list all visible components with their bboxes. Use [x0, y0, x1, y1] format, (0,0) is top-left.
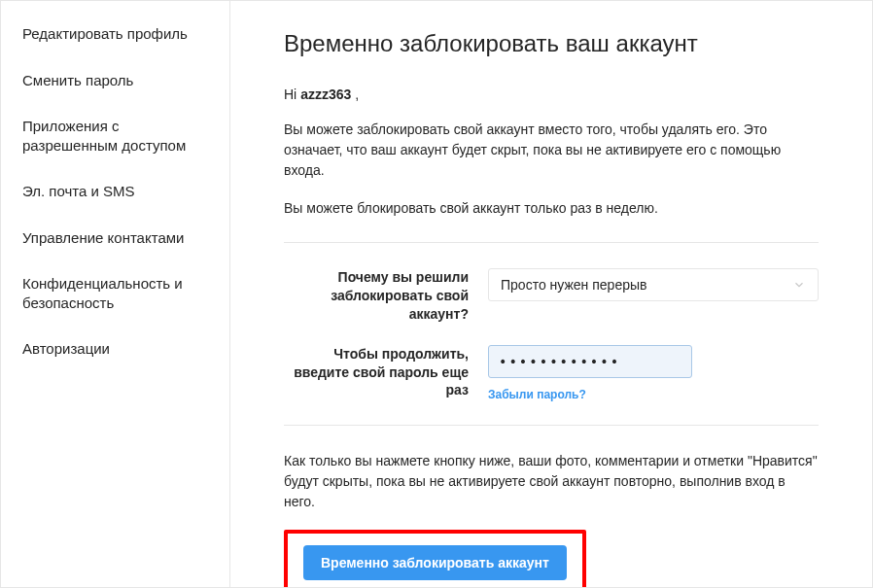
password-value: ••••••••••••: [499, 354, 620, 369]
password-input[interactable]: ••••••••••••: [488, 345, 692, 378]
sidebar-item-label: Редактировать профиль: [22, 25, 188, 42]
sidebar-item-label: Эл. почта и SMS: [22, 183, 135, 199]
sidebar-item-login-activity[interactable]: Авторизации: [1, 326, 229, 372]
reason-value: Просто нужен перерыв: [501, 277, 646, 293]
password-label: Чтобы продолжить, введите свой пароль ещ…: [284, 345, 488, 401]
sidebar-item-label: Авторизации: [22, 340, 110, 357]
divider: [284, 242, 819, 243]
main-content: Временно заблокировать ваш аккаунт Hi az…: [230, 1, 872, 587]
reason-row: Почему вы решили заблокировать свой акка…: [284, 268, 819, 324]
password-row: Чтобы продолжить, введите свой пароль ещ…: [284, 345, 819, 401]
username: azzz363: [300, 86, 351, 102]
sidebar-item-label: Приложения с разрешенным доступом: [22, 118, 186, 154]
sidebar-item-authorized-apps[interactable]: Приложения с разрешенным доступом: [1, 103, 229, 168]
greeting-prefix: Hi: [284, 86, 300, 102]
sidebar-item-privacy-security[interactable]: Конфиденциальность и безопасность: [1, 260, 229, 326]
divider: [284, 425, 819, 426]
sidebar-item-edit-profile[interactable]: Редактировать профиль: [1, 11, 229, 57]
reason-select[interactable]: Просто нужен перерыв: [488, 268, 819, 301]
highlight-annotation: Временно заблокировать аккаунт: [284, 530, 586, 587]
info-paragraph-1: Вы можете заблокировать свой аккаунт вме…: [284, 120, 819, 181]
page-title: Временно заблокировать ваш аккаунт: [284, 30, 819, 57]
sidebar-item-label: Конфиденциальность и безопасность: [22, 275, 183, 311]
sidebar-item-manage-contacts[interactable]: Управление контактами: [1, 215, 229, 261]
info-paragraph-2: Вы можете блокировать свой аккаунт тольк…: [284, 198, 819, 219]
sidebar-item-change-password[interactable]: Сменить пароль: [1, 57, 229, 104]
greeting: Hi azzz363 ,: [284, 86, 819, 102]
settings-sidebar: Редактировать профиль Сменить пароль При…: [1, 1, 230, 587]
warning-paragraph: Как только вы нажмете кнопку ниже, ваши …: [284, 451, 819, 512]
sidebar-item-label: Управление контактами: [22, 229, 184, 246]
sidebar-item-label: Сменить пароль: [22, 72, 133, 88]
reason-label: Почему вы решили заблокировать свой акка…: [284, 268, 488, 324]
sidebar-item-email-sms[interactable]: Эл. почта и SMS: [1, 168, 229, 215]
forgot-password-link[interactable]: Забыли пароль?: [488, 388, 586, 401]
greeting-suffix: ,: [351, 86, 359, 102]
chevron-down-icon: [792, 278, 806, 292]
disable-account-button[interactable]: Временно заблокировать аккаунт: [303, 545, 567, 580]
